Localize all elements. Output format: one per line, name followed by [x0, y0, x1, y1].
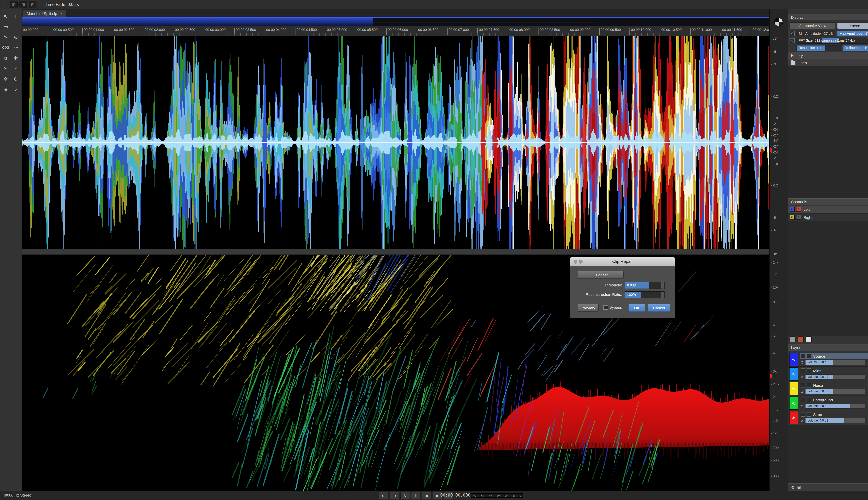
display-mode-1-button[interactable]	[789, 336, 796, 342]
layer-phase-icon[interactable]: ⊘	[801, 404, 803, 408]
pen-tool[interactable]: ✎	[1, 33, 10, 41]
display-mode-3-button[interactable]	[806, 336, 812, 342]
layers-panel-header[interactable]: Layers ≡	[788, 344, 868, 351]
loop-button[interactable]: ↻	[400, 492, 410, 499]
scissors-tool[interactable]: ✂	[1, 64, 10, 72]
composite-view-button[interactable]: Composite View	[789, 22, 835, 29]
clone-tool[interactable]: ⧉	[1, 54, 10, 62]
layer-color-swatch[interactable]: ∿	[789, 397, 798, 410]
tool-option-icon-3[interactable]: ◩	[29, 1, 36, 8]
tool-option-icon-1[interactable]: ◧	[10, 1, 18, 8]
dialog-titlebar[interactable]: Clip Repair	[570, 257, 675, 266]
pointer-tool[interactable]: ↖	[1, 12, 10, 21]
overview-window[interactable]	[22, 18, 374, 26]
layer-solo-toggle[interactable]	[807, 368, 811, 373]
layer-volume-slider[interactable]: volume: 6.0 dB	[805, 404, 866, 409]
layer-row[interactable]: ∿Foreground⊘volume: 6.0 dB	[788, 396, 868, 410]
ratio-input[interactable]: 100%	[625, 291, 664, 298]
ok-button[interactable]: OK	[628, 304, 645, 312]
stop-button[interactable]: ■	[422, 492, 432, 499]
go-end-button[interactable]: ⇥	[390, 492, 399, 499]
preview-button[interactable]: Preview	[578, 304, 598, 312]
layer-volume-slider[interactable]: volume: 0.0 dB	[805, 360, 866, 365]
channel-row[interactable]: msLeft	[788, 206, 868, 214]
min-amplitude-field[interactable]: Min Amplitude: -27 dB	[797, 31, 835, 36]
layer-mute-toggle[interactable]	[801, 412, 805, 417]
check-icon[interactable]: ✓	[789, 31, 795, 36]
layer-mute-toggle[interactable]	[801, 398, 805, 402]
pause-button[interactable]: ‖	[411, 492, 421, 499]
go-start-button[interactable]: ⇤	[379, 492, 389, 499]
undo-history-icon[interactable]: ⟲	[791, 485, 795, 490]
lasso-tool[interactable]: ◌	[11, 23, 21, 31]
zoom-select-tool[interactable]: ⊙	[11, 33, 21, 41]
bypass-checkbox[interactable]	[603, 305, 608, 310]
layer-mute-toggle[interactable]	[801, 354, 805, 358]
rect-select-tool[interactable]: ▭	[1, 23, 10, 31]
layer-volume-slider[interactable]: volume: 0.0 dB	[805, 374, 866, 379]
layer-row[interactable]: ∿Source⊘volume: 0.0 dB	[788, 352, 868, 367]
max-amplitude-field[interactable]: Max Amplitude: -17 dB	[837, 31, 868, 36]
layer-color-swatch[interactable]: ∿	[789, 367, 798, 380]
channel-solo-toggle[interactable]: s	[796, 207, 801, 212]
tab-close-icon[interactable]: ×	[60, 11, 63, 16]
overview-scrollbar[interactable]	[22, 18, 769, 26]
layer-solo-toggle[interactable]	[807, 412, 811, 417]
layer-phase-icon[interactable]: ⊘	[801, 375, 803, 379]
dialog-close-icon[interactable]	[574, 260, 578, 263]
layer-row[interactable]: ✶Siren⊘volume: 4.0 dB	[788, 410, 868, 425]
display-panel-header[interactable]: Display	[788, 14, 868, 21]
channel-mute-toggle[interactable]: m	[790, 207, 795, 212]
refinement-slider[interactable]: Refinement: 100 %	[843, 45, 868, 51]
layers-view-button[interactable]: Layers	[837, 22, 868, 29]
threshold-input[interactable]: 0.0dB	[625, 282, 664, 289]
history-panel-header[interactable]: History	[788, 52, 868, 59]
eraser-tool[interactable]: ⌫	[1, 43, 10, 52]
layer-row[interactable]: ∿Mids⊘volume: 0.0 dB	[788, 367, 868, 381]
ratio-spinner[interactable]	[661, 292, 664, 298]
fft-size-slider[interactable]: FFT Size: 512 samples (11ms/94Hz)	[797, 38, 868, 44]
layer-phase-icon[interactable]: ⊘	[801, 389, 803, 394]
layer-volume-slider[interactable]: volume: 0.0 dB	[805, 389, 866, 394]
layer-color-swatch[interactable]: ✶	[789, 411, 798, 424]
layer-solo-toggle[interactable]	[807, 354, 811, 358]
dialog-minimize-icon[interactable]	[579, 260, 583, 263]
channel-mute-toggle[interactable]: m	[790, 215, 795, 220]
layer-phase-icon[interactable]: ⊘	[801, 419, 803, 423]
layer-volume-slider[interactable]: volume: 4.0 dB	[805, 418, 866, 423]
history-item[interactable]: Open	[788, 59, 868, 67]
pencil-tool[interactable]: ✏	[11, 43, 21, 52]
document-tab[interactable]: Mannbird Split.slp ×	[23, 9, 67, 17]
layer-phase-icon[interactable]: ⊘	[801, 361, 803, 364]
layer-mute-toggle[interactable]	[801, 368, 805, 373]
text-tool[interactable]: I	[11, 12, 21, 21]
heal-tool[interactable]: ✚	[11, 54, 21, 62]
layer-row[interactable]: ∿Noise⊘volume: 0.0 dB	[788, 381, 868, 396]
threshold-spinner[interactable]	[661, 282, 664, 288]
channel-row[interactable]: msRight	[788, 214, 868, 221]
time-ruler[interactable]: 00:00.00000:00:00.50000:00:01.00000:00:0…	[22, 26, 769, 36]
knife-tool[interactable]: ∕	[11, 64, 21, 72]
layer-solo-toggle[interactable]	[807, 398, 811, 402]
channel-solo-toggle[interactable]: s	[796, 215, 801, 220]
slope-icon[interactable]: ◺	[789, 38, 795, 43]
cube-tool[interactable]: ◈	[1, 85, 10, 93]
playhead[interactable]	[410, 36, 410, 249]
cancel-button[interactable]: Cancel	[648, 304, 670, 312]
layer-mute-toggle[interactable]	[801, 383, 805, 387]
layer-solo-toggle[interactable]	[807, 383, 811, 387]
channels-panel-header[interactable]: Channels	[788, 198, 868, 205]
zoom-tool[interactable]: ⊕	[11, 75, 21, 83]
display-rotation-knob[interactable]	[774, 18, 783, 26]
tool-option-icon-2[interactable]: ◨	[20, 1, 27, 8]
view-divider[interactable]	[22, 249, 769, 255]
layer-color-swatch[interactable]: ∿	[789, 382, 798, 395]
playhead[interactable]	[410, 255, 410, 493]
layer-color-swatch[interactable]: ∿	[789, 353, 798, 366]
resolution-slider[interactable]: Resolution: x 4	[797, 45, 841, 51]
suggest-button[interactable]: Suggest	[578, 271, 624, 279]
waveform-canvas[interactable]	[22, 36, 769, 249]
display-mode-2-button[interactable]	[798, 336, 804, 342]
hand-tool[interactable]: ✥	[1, 75, 10, 83]
snapshot-icon[interactable]: ▣	[797, 485, 801, 490]
